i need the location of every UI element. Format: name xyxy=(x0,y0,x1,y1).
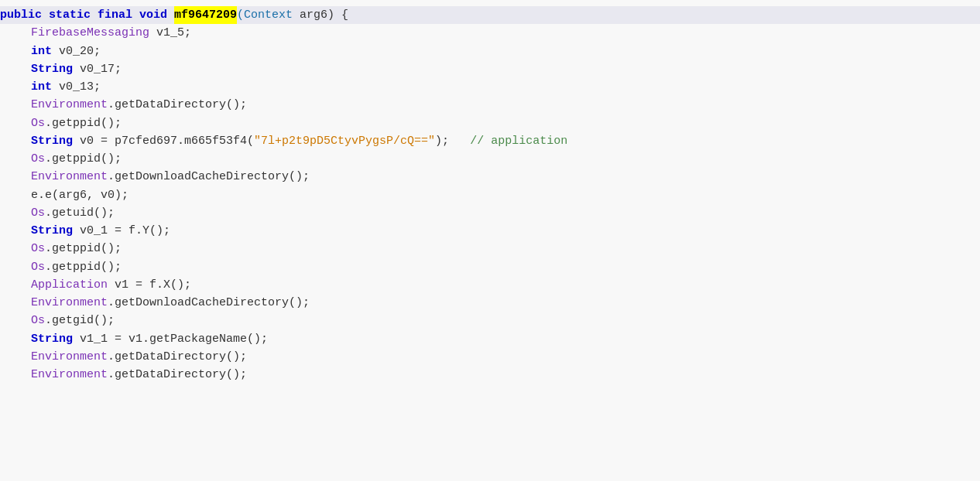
code-line: Os.getuid(); xyxy=(0,204,980,222)
code-line: int v0_20; xyxy=(0,43,980,60)
code-line: FirebaseMessaging v1_5; xyxy=(0,24,980,42)
code-line: Os.getppid(); xyxy=(0,114,980,132)
code-line: String v0_1 = f.Y(); xyxy=(0,222,980,240)
code-line: public static final void mf9647209(Conte… xyxy=(0,6,980,24)
code-line: int v0_13; xyxy=(0,78,980,96)
code-viewer: public static final void mf9647209(Conte… xyxy=(0,0,980,481)
code-line: Environment.getDownloadCacheDirectory(); xyxy=(0,294,980,312)
code-line: Environment.getDataDirectory(); xyxy=(0,366,980,384)
code-line: String v0 = p7cfed697.m665f53f4("7l+p2t9… xyxy=(0,132,980,150)
code-line: Os.getppid(); xyxy=(0,240,980,258)
code-line: Environment.getDataDirectory(); xyxy=(0,96,980,114)
code-line: e.e(arg6, v0); xyxy=(0,186,980,204)
code-line: Application v1 = f.X(); xyxy=(0,276,980,294)
code-line: Environment.getDownloadCacheDirectory(); xyxy=(0,168,980,186)
code-line: Os.getppid(); xyxy=(0,258,980,276)
code-line: String v0_17; xyxy=(0,60,980,78)
code-line: Environment.getDataDirectory(); xyxy=(0,348,980,366)
code-line: Os.getppid(); xyxy=(0,150,980,168)
code-line: String v1_1 = v1.getPackageName(); xyxy=(0,330,980,348)
code-line: Os.getgid(); xyxy=(0,312,980,329)
